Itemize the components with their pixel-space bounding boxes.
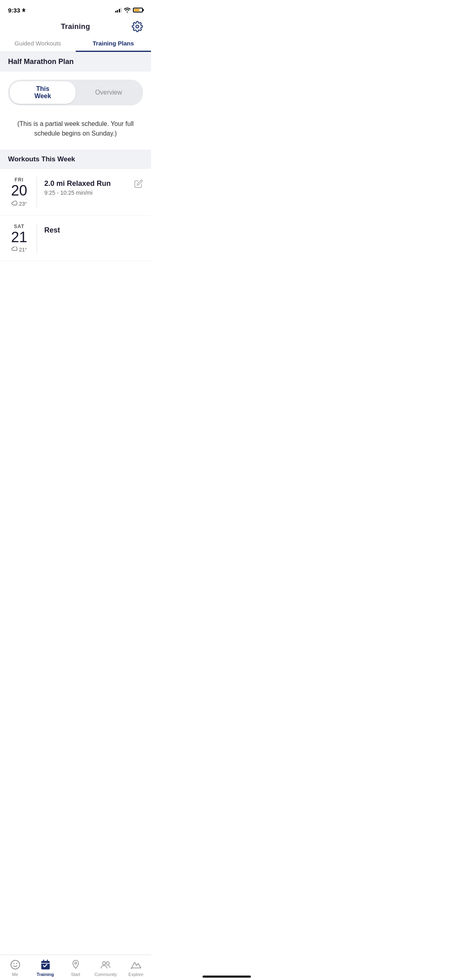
tab-training-plans[interactable]: Training Plans xyxy=(76,35,151,51)
svg-point-3 xyxy=(15,205,16,206)
day-name-sat: SAT xyxy=(8,224,30,229)
signal-bar-3 xyxy=(119,9,120,12)
status-time: 9:33 xyxy=(8,7,26,14)
battery-fill xyxy=(134,9,139,11)
workout-row-fri: FRI 20 23° 2.0 mi Relaxed Run 9:25 - 10:… xyxy=(0,169,151,216)
workout-row-sat: SAT 21 21° Rest xyxy=(0,216,151,261)
day-column-fri: FRI 20 23° xyxy=(8,177,37,207)
workouts-section-header: Workouts This Week xyxy=(0,150,151,169)
workout-subtitle-fri: 9:25 - 10:25 min/mi xyxy=(44,189,134,196)
settings-button[interactable] xyxy=(132,21,143,32)
location-status-icon xyxy=(22,8,26,12)
status-bar: 9:33 xyxy=(0,0,151,18)
day-number-sat: 21 xyxy=(8,229,30,245)
tab-bar: Guided Workouts Training Plans xyxy=(0,35,151,52)
signal-bars xyxy=(115,8,122,12)
cloud-icon xyxy=(11,247,18,253)
schedule-info-text: (This is a partial week schedule. Your f… xyxy=(0,109,151,150)
svg-point-1 xyxy=(13,205,14,206)
svg-point-0 xyxy=(136,25,139,28)
temperature-sat: 21° xyxy=(19,247,27,253)
signal-bar-4 xyxy=(120,8,122,12)
wifi-icon xyxy=(124,8,130,12)
workout-info-fri: 2.0 mi Relaxed Run 9:25 - 10:25 min/mi xyxy=(37,177,134,196)
svg-point-2 xyxy=(14,205,14,206)
day-weather-sat: 21° xyxy=(8,247,30,253)
workout-title-sat: Rest xyxy=(44,226,143,235)
this-week-button[interactable]: This Week xyxy=(10,81,76,104)
day-weather-fri: 23° xyxy=(8,200,30,207)
temperature-fri: 23° xyxy=(19,201,27,207)
view-toggle-container: This Week Overview xyxy=(0,72,151,109)
view-toggle-group: This Week Overview xyxy=(8,80,143,105)
day-number-fri: 20 xyxy=(8,183,30,199)
battery-icon xyxy=(133,8,143,12)
page-title: Training xyxy=(61,23,90,31)
day-name-fri: FRI xyxy=(8,177,30,183)
status-icons xyxy=(115,8,143,12)
tab-guided-workouts[interactable]: Guided Workouts xyxy=(0,35,76,51)
day-column-sat: SAT 21 21° xyxy=(8,224,37,253)
workout-info-sat: Rest xyxy=(37,224,143,236)
signal-bar-2 xyxy=(117,10,118,12)
workout-title-fri: 2.0 mi Relaxed Run xyxy=(44,179,134,188)
plan-header: Half Marathon Plan xyxy=(0,52,151,72)
overview-button[interactable]: Overview xyxy=(76,81,141,104)
snow-cloud-icon xyxy=(11,200,18,207)
page-header: Training xyxy=(0,18,151,35)
edit-button-fri[interactable] xyxy=(134,177,143,190)
signal-bar-1 xyxy=(115,11,116,12)
